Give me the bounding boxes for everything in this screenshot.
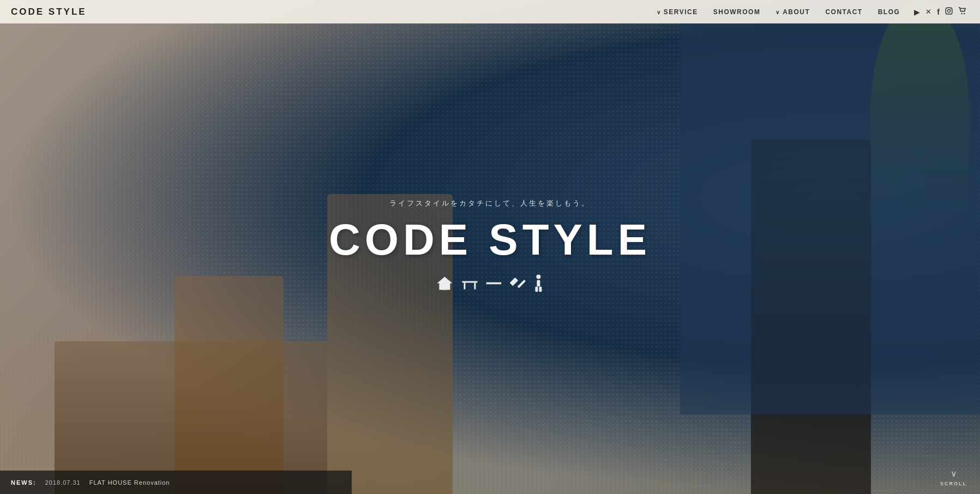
- hero-content: ライフスタイルをカタチにして、人生を楽しもう。 CODE STYLE: [329, 198, 651, 292]
- news-label: NEWS:: [11, 479, 37, 486]
- nav-service[interactable]: SERVICE: [650, 8, 705, 16]
- news-text: FLAT HOUSE Renovation: [89, 479, 170, 486]
- svg-rect-7: [462, 281, 477, 283]
- scroll-label: SCROLL: [940, 481, 967, 486]
- desk-icon: [461, 276, 478, 291]
- svg-rect-11: [510, 278, 519, 286]
- twitter-icon[interactable]: ✕: [925, 8, 931, 16]
- svg-rect-9: [474, 283, 476, 290]
- dash-icon: [486, 282, 501, 285]
- hero-icons: [329, 275, 651, 292]
- main-nav: SERVICE SHOWROOM ABOUT CONTACT BLOG ▶ ✕ …: [650, 7, 967, 16]
- instagram-icon[interactable]: [945, 7, 953, 16]
- svg-rect-0: [946, 8, 952, 14]
- svg-rect-8: [464, 283, 465, 290]
- house-icon: [436, 276, 453, 291]
- scroll-indicator[interactable]: ∨ SCROLL: [940, 468, 967, 486]
- nav-blog[interactable]: BLOG: [871, 8, 907, 16]
- youtube-icon[interactable]: ▶: [914, 8, 920, 16]
- svg-point-3: [961, 13, 963, 15]
- svg-rect-15: [535, 287, 538, 292]
- svg-rect-14: [537, 280, 540, 287]
- hero-subtitle: ライフスタイルをカタチにして、人生を楽しもう。: [329, 198, 651, 208]
- facebook-icon[interactable]: f: [937, 8, 940, 16]
- svg-rect-6: [442, 286, 447, 290]
- svg-rect-12: [518, 280, 526, 288]
- hero-title: CODE STYLE: [329, 218, 651, 262]
- svg-point-4: [964, 13, 965, 15]
- social-icons: ▶ ✕ f: [914, 7, 967, 16]
- chevron-down-icon: ∨: [951, 468, 957, 479]
- svg-point-13: [536, 275, 540, 279]
- figure-icon: [533, 275, 544, 292]
- hammer-icon: [509, 275, 525, 292]
- nav-contact[interactable]: CONTACT: [819, 8, 869, 16]
- svg-rect-16: [539, 287, 542, 292]
- site-logo[interactable]: CODE STYLE: [11, 7, 87, 17]
- svg-rect-10: [486, 282, 501, 285]
- news-date: 2018.07.31: [45, 479, 81, 486]
- cart-icon[interactable]: [958, 7, 967, 16]
- news-bar[interactable]: NEWS: 2018.07.31 FLAT HOUSE Renovation: [0, 471, 352, 494]
- nav-showroom[interactable]: SHOWROOM: [707, 8, 767, 16]
- header: CODE STYLE SERVICE SHOWROOM ABOUT CONTAC…: [0, 0, 980, 23]
- nav-about[interactable]: ABOUT: [769, 8, 816, 16]
- hero-section: ライフスタイルをカタチにして、人生を楽しもう。 CODE STYLE: [0, 0, 980, 494]
- svg-point-2: [951, 9, 951, 9]
- svg-point-1: [947, 9, 950, 12]
